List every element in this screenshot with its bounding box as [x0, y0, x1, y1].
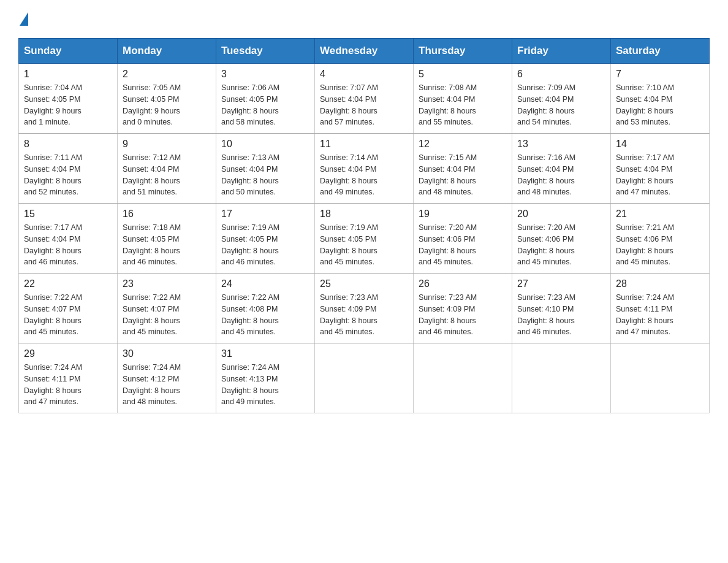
day-number: 6	[517, 69, 605, 80]
day-number: 14	[616, 139, 704, 150]
calendar-cell: 21Sunrise: 7:21 AMSunset: 4:06 PMDayligh…	[611, 204, 710, 274]
day-info: Sunrise: 7:23 AMSunset: 4:10 PMDaylight:…	[517, 292, 605, 338]
calendar-cell	[512, 343, 611, 413]
calendar-cell: 23Sunrise: 7:22 AMSunset: 4:07 PMDayligh…	[118, 274, 216, 343]
day-number: 26	[419, 278, 507, 289]
calendar-week-row: 8Sunrise: 7:11 AMSunset: 4:04 PMDaylight…	[19, 134, 710, 204]
day-info: Sunrise: 7:20 AMSunset: 4:06 PMDaylight:…	[517, 222, 605, 268]
calendar-header-row: SundayMondayTuesdayWednesdayThursdayFrid…	[19, 39, 710, 64]
logo-triangle-icon	[20, 12, 28, 26]
day-info: Sunrise: 7:04 AMSunset: 4:05 PMDaylight:…	[24, 82, 112, 128]
calendar-cell: 25Sunrise: 7:23 AMSunset: 4:09 PMDayligh…	[315, 274, 414, 343]
day-info: Sunrise: 7:11 AMSunset: 4:04 PMDaylight:…	[24, 152, 112, 198]
day-number: 30	[123, 348, 211, 359]
day-number: 25	[320, 278, 408, 289]
day-number: 29	[24, 348, 112, 359]
calendar-cell: 11Sunrise: 7:14 AMSunset: 4:04 PMDayligh…	[315, 134, 414, 204]
day-info: Sunrise: 7:06 AMSunset: 4:05 PMDaylight:…	[221, 82, 309, 128]
day-info: Sunrise: 7:12 AMSunset: 4:04 PMDaylight:…	[123, 152, 211, 198]
page-header	[18, 12, 710, 26]
calendar-cell	[611, 343, 710, 413]
day-of-week-header: Thursday	[414, 39, 512, 64]
day-info: Sunrise: 7:24 AMSunset: 4:11 PMDaylight:…	[24, 362, 112, 408]
calendar-cell: 6Sunrise: 7:09 AMSunset: 4:04 PMDaylight…	[512, 64, 611, 134]
calendar-cell	[414, 343, 512, 413]
calendar-cell: 16Sunrise: 7:18 AMSunset: 4:05 PMDayligh…	[118, 204, 216, 274]
calendar-cell: 9Sunrise: 7:12 AMSunset: 4:04 PMDaylight…	[118, 134, 216, 204]
logo	[18, 12, 29, 26]
day-number: 27	[517, 278, 605, 289]
day-number: 21	[616, 209, 704, 220]
calendar-cell: 7Sunrise: 7:10 AMSunset: 4:04 PMDaylight…	[611, 64, 710, 134]
day-info: Sunrise: 7:23 AMSunset: 4:09 PMDaylight:…	[419, 292, 507, 338]
calendar-cell: 19Sunrise: 7:20 AMSunset: 4:06 PMDayligh…	[414, 204, 512, 274]
calendar-cell: 30Sunrise: 7:24 AMSunset: 4:12 PMDayligh…	[118, 343, 216, 413]
day-info: Sunrise: 7:09 AMSunset: 4:04 PMDaylight:…	[517, 82, 605, 128]
calendar-cell: 18Sunrise: 7:19 AMSunset: 4:05 PMDayligh…	[315, 204, 414, 274]
calendar-cell: 27Sunrise: 7:23 AMSunset: 4:10 PMDayligh…	[512, 274, 611, 343]
day-number: 28	[616, 278, 704, 289]
calendar-cell: 1Sunrise: 7:04 AMSunset: 4:05 PMDaylight…	[19, 64, 118, 134]
day-of-week-header: Sunday	[19, 39, 118, 64]
day-number: 5	[419, 69, 507, 80]
day-number: 10	[221, 139, 309, 150]
day-info: Sunrise: 7:19 AMSunset: 4:05 PMDaylight:…	[221, 222, 309, 268]
calendar-cell: 29Sunrise: 7:24 AMSunset: 4:11 PMDayligh…	[19, 343, 118, 413]
day-info: Sunrise: 7:24 AMSunset: 4:13 PMDaylight:…	[221, 362, 309, 408]
calendar-cell: 20Sunrise: 7:20 AMSunset: 4:06 PMDayligh…	[512, 204, 611, 274]
day-info: Sunrise: 7:13 AMSunset: 4:04 PMDaylight:…	[221, 152, 309, 198]
day-number: 1	[24, 69, 112, 80]
day-number: 22	[24, 278, 112, 289]
calendar-cell: 17Sunrise: 7:19 AMSunset: 4:05 PMDayligh…	[216, 204, 315, 274]
day-of-week-header: Tuesday	[216, 39, 315, 64]
day-number: 16	[123, 209, 211, 220]
calendar-cell: 12Sunrise: 7:15 AMSunset: 4:04 PMDayligh…	[414, 134, 512, 204]
calendar-cell: 10Sunrise: 7:13 AMSunset: 4:04 PMDayligh…	[216, 134, 315, 204]
day-number: 8	[24, 139, 112, 150]
calendar-cell: 14Sunrise: 7:17 AMSunset: 4:04 PMDayligh…	[611, 134, 710, 204]
calendar-week-row: 15Sunrise: 7:17 AMSunset: 4:04 PMDayligh…	[19, 204, 710, 274]
day-number: 15	[24, 209, 112, 220]
day-info: Sunrise: 7:07 AMSunset: 4:04 PMDaylight:…	[320, 82, 408, 128]
day-number: 24	[221, 278, 309, 289]
day-number: 17	[221, 209, 309, 220]
calendar-week-row: 29Sunrise: 7:24 AMSunset: 4:11 PMDayligh…	[19, 343, 710, 413]
calendar-cell: 31Sunrise: 7:24 AMSunset: 4:13 PMDayligh…	[216, 343, 315, 413]
calendar-cell	[315, 343, 414, 413]
calendar-cell: 4Sunrise: 7:07 AMSunset: 4:04 PMDaylight…	[315, 64, 414, 134]
day-of-week-header: Monday	[118, 39, 216, 64]
day-number: 11	[320, 139, 408, 150]
day-of-week-header: Friday	[512, 39, 611, 64]
day-info: Sunrise: 7:17 AMSunset: 4:04 PMDaylight:…	[24, 222, 112, 268]
calendar-week-row: 22Sunrise: 7:22 AMSunset: 4:07 PMDayligh…	[19, 274, 710, 343]
day-info: Sunrise: 7:14 AMSunset: 4:04 PMDaylight:…	[320, 152, 408, 198]
day-info: Sunrise: 7:15 AMSunset: 4:04 PMDaylight:…	[419, 152, 507, 198]
day-info: Sunrise: 7:20 AMSunset: 4:06 PMDaylight:…	[419, 222, 507, 268]
day-info: Sunrise: 7:05 AMSunset: 4:05 PMDaylight:…	[123, 82, 211, 128]
day-info: Sunrise: 7:10 AMSunset: 4:04 PMDaylight:…	[616, 82, 704, 128]
day-number: 18	[320, 209, 408, 220]
day-number: 20	[517, 209, 605, 220]
calendar-cell: 8Sunrise: 7:11 AMSunset: 4:04 PMDaylight…	[19, 134, 118, 204]
day-number: 23	[123, 278, 211, 289]
day-info: Sunrise: 7:23 AMSunset: 4:09 PMDaylight:…	[320, 292, 408, 338]
day-info: Sunrise: 7:22 AMSunset: 4:08 PMDaylight:…	[221, 292, 309, 338]
day-number: 9	[123, 139, 211, 150]
day-of-week-header: Wednesday	[315, 39, 414, 64]
calendar-cell: 15Sunrise: 7:17 AMSunset: 4:04 PMDayligh…	[19, 204, 118, 274]
day-number: 12	[419, 139, 507, 150]
calendar-cell: 24Sunrise: 7:22 AMSunset: 4:08 PMDayligh…	[216, 274, 315, 343]
calendar-cell: 5Sunrise: 7:08 AMSunset: 4:04 PMDaylight…	[414, 64, 512, 134]
day-info: Sunrise: 7:17 AMSunset: 4:04 PMDaylight:…	[616, 152, 704, 198]
day-info: Sunrise: 7:18 AMSunset: 4:05 PMDaylight:…	[123, 222, 211, 268]
day-number: 4	[320, 69, 408, 80]
day-info: Sunrise: 7:08 AMSunset: 4:04 PMDaylight:…	[419, 82, 507, 128]
day-number: 2	[123, 69, 211, 80]
day-info: Sunrise: 7:24 AMSunset: 4:11 PMDaylight:…	[616, 292, 704, 338]
calendar-cell: 22Sunrise: 7:22 AMSunset: 4:07 PMDayligh…	[19, 274, 118, 343]
calendar-cell: 26Sunrise: 7:23 AMSunset: 4:09 PMDayligh…	[414, 274, 512, 343]
calendar-cell: 2Sunrise: 7:05 AMSunset: 4:05 PMDaylight…	[118, 64, 216, 134]
day-info: Sunrise: 7:16 AMSunset: 4:04 PMDaylight:…	[517, 152, 605, 198]
day-of-week-header: Saturday	[611, 39, 710, 64]
day-info: Sunrise: 7:19 AMSunset: 4:05 PMDaylight:…	[320, 222, 408, 268]
